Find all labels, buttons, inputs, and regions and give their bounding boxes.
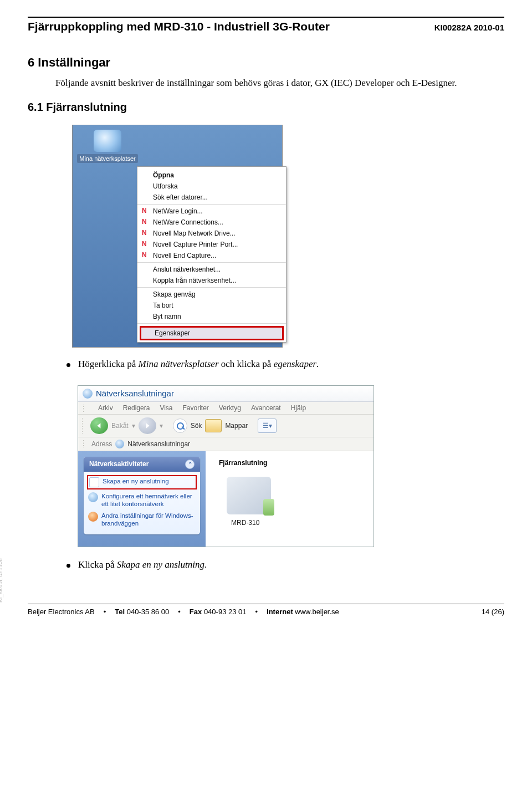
text-italic: Mina nätverksplatser: [139, 359, 219, 369]
dropdown-caret-icon[interactable]: ▾: [160, 422, 163, 430]
menu-hjalp[interactable]: Hjälp: [291, 404, 306, 412]
firewall-icon: [88, 512, 98, 522]
section-heading: 6 Inställningar: [28, 55, 504, 70]
menu-item-delete[interactable]: Ta bort: [137, 300, 286, 311]
task-firewall-settings[interactable]: Ändra inställningar för Windows-brandväg…: [88, 510, 196, 529]
tasks-pane: Nätverksaktiviteter ⌃ Skapa en ny anslut…: [78, 451, 206, 547]
home-network-icon: [88, 492, 98, 502]
instruction-bullet: Högerklicka på Mina nätverksplatser och …: [66, 359, 504, 370]
menu-item-netware-connections[interactable]: NetWare Connections...: [137, 217, 286, 228]
menu-item-properties[interactable]: Egenskaper: [140, 326, 284, 340]
dropdown-caret-icon[interactable]: ▾: [132, 422, 135, 430]
tasks-list: Skapa en ny anslutning Konfigurera ett h…: [84, 472, 200, 535]
bullet-icon: [66, 363, 70, 367]
menu-item-novell-map-drive[interactable]: Novell Map Network Drive...: [137, 228, 286, 239]
window-titlebar: Nätverksanslutningar: [78, 386, 374, 402]
subsection-heading: 6.1 Fjärranslutning: [28, 101, 504, 114]
menu-group: Öppna Utforska Sök efter datorer...: [137, 169, 286, 204]
footer-left: Beijer Electronics AB • Tel 040-35 86 00…: [28, 608, 339, 616]
desktop-background: Mina nätverksplatser Öppna Utforska Sök …: [73, 125, 282, 347]
footer-internet: Internet www.beijer.se: [267, 608, 339, 616]
address-label: Adress: [91, 440, 112, 448]
collapse-icon[interactable]: ⌃: [185, 460, 195, 469]
separator: •: [178, 608, 181, 616]
menu-visa[interactable]: Visa: [160, 404, 172, 412]
menu-redigera[interactable]: Redigera: [123, 404, 150, 412]
menu-item-search-computers[interactable]: Sök efter datorer...: [137, 192, 286, 203]
menu-item-explore[interactable]: Utforska: [137, 181, 286, 192]
menu-item-connect-network[interactable]: Anslut nätverksenhet...: [137, 264, 286, 275]
menu-arkiv[interactable]: Arkiv: [98, 404, 113, 412]
section-intro-text: Följande avsnitt beskriver de inställnin…: [55, 76, 504, 90]
value: www.beijer.se: [293, 608, 339, 616]
task-create-new-connection[interactable]: Skapa en ny anslutning: [87, 475, 197, 489]
connection-name[interactable]: MRD-310: [231, 519, 365, 527]
separator: •: [255, 608, 258, 616]
window-body: Nätverksaktiviteter ⌃ Skapa en ny anslut…: [78, 451, 374, 547]
forward-button[interactable]: [139, 417, 156, 434]
task-setup-home-network[interactable]: Konfigurera ett hemnätverk eller ett lit…: [88, 491, 196, 510]
back-label: Bakåt: [111, 422, 129, 430]
arrow-left-icon: [96, 422, 103, 429]
text: Högerklicka på: [78, 359, 139, 369]
views-button[interactable]: ☰▾: [258, 419, 277, 433]
tasks-header[interactable]: Nätverksaktiviteter ⌃: [84, 457, 200, 472]
desktop-icon-my-network-places[interactable]: Mina nätverksplatser: [77, 130, 138, 163]
page-footer: Beijer Electronics AB • Tel 040-35 86 00…: [28, 604, 504, 616]
menu-favoriter[interactable]: Favoriter: [183, 404, 209, 412]
text-italic: egenskaper: [274, 359, 316, 369]
search-label[interactable]: Sök: [191, 422, 202, 430]
network-connections-icon: [83, 389, 93, 399]
text: .: [316, 359, 319, 369]
window-title: Nätverksanslutningar: [96, 389, 174, 398]
menu-item-open[interactable]: Öppna: [137, 170, 286, 181]
address-value[interactable]: Nätverksanslutningar: [127, 440, 190, 448]
side-template-label: KI_sv.dot, 021106: [0, 559, 3, 603]
menu-group: NetWare Login... NetWare Connections... …: [137, 204, 286, 262]
instruction-bullet: Klicka på Skapa en ny anslutning.: [66, 559, 504, 570]
context-menu: Öppna Utforska Sök efter datorer... NetW…: [137, 166, 287, 343]
label: Internet: [267, 608, 293, 616]
menu-verktyg[interactable]: Verktyg: [219, 404, 241, 412]
task-label: Skapa en ny anslutning: [103, 477, 169, 487]
menu-item-rename[interactable]: Byt namn: [137, 311, 286, 322]
address-bar: Adress Nätverksanslutningar: [78, 437, 374, 451]
menu-item-disconnect-network[interactable]: Koppla från nätverksenhet...: [137, 275, 286, 286]
toolbar: Bakåt ▾ ▾ Sök Mappar ☰▾: [78, 415, 374, 437]
menu-item-novell-end-capture[interactable]: Novell End Capture...: [137, 250, 286, 261]
network-connections-icon: [115, 440, 124, 448]
dialup-connection-icon[interactable]: [227, 477, 271, 514]
menu-item-netware-login[interactable]: NetWare Login...: [137, 206, 286, 217]
menubar: Arkiv Redigera Visa Favoriter Verktyg Av…: [78, 402, 374, 415]
menu-group: Anslut nätverksenhet... Koppla från nätv…: [137, 262, 286, 287]
value: 040-93 23 01: [202, 608, 246, 616]
network-places-icon: [94, 130, 121, 152]
menu-item-create-shortcut[interactable]: Skapa genväg: [137, 289, 286, 300]
screenshot-network-connections: Nätverksanslutningar Arkiv Redigera Visa…: [78, 385, 374, 548]
header-rule-top: [28, 17, 504, 18]
footer-fax: Fax 040-93 23 01: [190, 608, 247, 616]
text: .: [204, 559, 207, 570]
toolbar-handle-icon: [83, 404, 85, 412]
folders-label[interactable]: Mappar: [225, 422, 248, 430]
new-connection-icon: [89, 477, 99, 487]
menu-item-novell-capture-printer[interactable]: Novell Capture Printer Port...: [137, 239, 286, 250]
desktop-icon-label: Mina nätverksplatser: [77, 154, 138, 163]
task-label: Konfigurera ett hemnätverk eller ett lit…: [101, 492, 196, 508]
screenshot-context-menu: Mina nätverksplatser Öppna Utforska Sök …: [72, 125, 283, 348]
header-title: Fjärruppkoppling med MRD-310 - Industrie…: [28, 20, 330, 33]
text-italic: Skapa en ny anslutning: [117, 559, 204, 570]
value: 040-35 86 00: [125, 608, 169, 616]
text: och klicka på: [219, 359, 274, 369]
toolbar-handle-icon: [83, 440, 85, 448]
label: Fax: [190, 608, 202, 616]
back-button[interactable]: [90, 417, 108, 434]
folders-icon[interactable]: [205, 419, 222, 432]
footer-company: Beijer Electronics AB: [28, 608, 95, 616]
search-icon[interactable]: [173, 419, 187, 433]
tasks-header-label: Nätverksaktiviteter: [89, 460, 149, 468]
tasks-box: Nätverksaktiviteter ⌃ Skapa en ny anslut…: [84, 457, 200, 535]
menu-avancerat[interactable]: Avancerat: [251, 404, 281, 412]
page-header: Fjärruppkoppling med MRD-310 - Industrie…: [28, 20, 504, 33]
bullet-icon: [66, 564, 70, 568]
